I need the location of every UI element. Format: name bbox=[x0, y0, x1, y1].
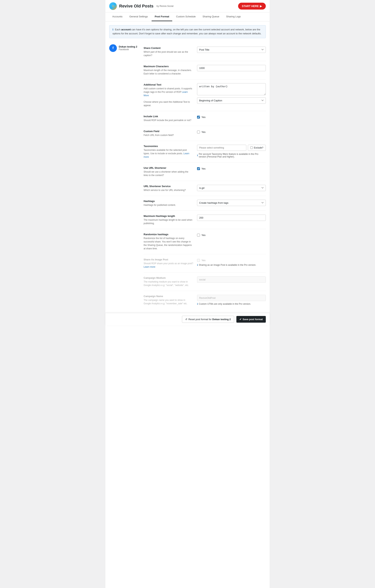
campaign-medium-label-col: Campaign Medium The marketing medium you… bbox=[144, 276, 193, 287]
account-name: Dokan testing 2 bbox=[119, 45, 137, 48]
taxonomies-label: Taxonomies bbox=[144, 145, 193, 147]
hashtags-row: Hashtags Hashtags for published content.… bbox=[144, 196, 266, 211]
campaign-medium-input[interactable] bbox=[197, 276, 266, 283]
include-link-control-col: Yes bbox=[197, 115, 266, 122]
randomize-hashtags-checkbox[interactable] bbox=[197, 234, 200, 237]
share-as-image-desc: Should ROP share your posts as an image … bbox=[144, 262, 193, 269]
randomize-hashtags-control-col: Yes bbox=[197, 233, 266, 250]
site-subtitle: by Revive.Social bbox=[157, 5, 173, 7]
include-link-checkbox-row: Yes bbox=[197, 116, 266, 119]
campaign-name-row: Campaign Name The campaign name you want… bbox=[144, 291, 266, 309]
custom-field-label: Custom Field bbox=[144, 130, 193, 133]
campaign-name-desc: The campaign name you want to show in Go… bbox=[144, 298, 193, 305]
hashtags-desc: Hashtags for published content. bbox=[144, 203, 193, 207]
tab-general-settings[interactable]: General Settings bbox=[126, 12, 151, 21]
campaign-medium-label: Campaign Medium bbox=[144, 276, 193, 279]
reset-icon: ↺ bbox=[185, 318, 187, 321]
randomize-hashtags-row: Randomize hashtags Randomize the list of… bbox=[144, 229, 266, 254]
include-link-label-col: Include Link Should ROP include the post… bbox=[144, 115, 193, 122]
utm-pro-notice: ℹ Custom UTMs are only available in the … bbox=[197, 303, 266, 305]
url-shortener-service-desc: Which service to use for URL shortening? bbox=[144, 189, 193, 192]
include-link-desc: Should ROP include the post permalink or… bbox=[144, 119, 193, 122]
info-box: ℹ Each account can have it's own options… bbox=[109, 25, 266, 38]
settings-area: Share Content Which part of the post sho… bbox=[144, 43, 266, 309]
url-shortener-service-label-col: URL Shortener Service Which service to u… bbox=[144, 185, 193, 192]
site-header: Revive Old Posts by Revive.Social START … bbox=[105, 0, 270, 12]
exclude-button[interactable]: Exclude? bbox=[248, 145, 266, 151]
campaign-name-label-col: Campaign Name The campaign name you want… bbox=[144, 295, 193, 305]
site-title: Revive Old Posts bbox=[119, 4, 153, 9]
max-hashtags-label-col: Maximum Hashtags length The maximum hash… bbox=[144, 215, 193, 225]
info-icon: ℹ bbox=[197, 264, 198, 266]
url-shortener-service-control-col: is.gd bit.ly ow.ly tinyurl.com bbox=[197, 185, 266, 192]
url-shortener-checkbox-label: Yes bbox=[202, 167, 205, 170]
randomize-hashtags-checkbox-row: Yes bbox=[197, 234, 266, 237]
max-hashtags-input[interactable] bbox=[197, 215, 266, 221]
additional-text-label-col: Additional Text Add custom content to sh… bbox=[144, 83, 193, 107]
info-icon: ℹ bbox=[197, 303, 198, 305]
account-sidebar: f Dokan testing 2 Facebook bbox=[109, 43, 140, 309]
randomize-hashtags-desc: Randomize the list of hashtags on every … bbox=[144, 237, 193, 250]
account-badge: f Dokan testing 2 Facebook bbox=[109, 44, 140, 52]
share-as-image-checkbox-label: Yes bbox=[202, 259, 205, 262]
custom-field-control-col: Yes bbox=[197, 130, 266, 137]
url-shortener-service-row: URL Shortener Service Which service to u… bbox=[144, 181, 266, 196]
campaign-name-input[interactable] bbox=[197, 295, 266, 301]
tab-post-format[interactable]: Post Format bbox=[152, 12, 172, 21]
save-button[interactable]: ✔ Save post format bbox=[236, 316, 266, 323]
reset-button-label: Reset post format for Dokan testing 2 bbox=[188, 318, 231, 321]
additional-text-row: Additional Text Add custom content to sh… bbox=[144, 79, 266, 111]
url-shortener-service-label: URL Shortener Service bbox=[144, 185, 193, 188]
url-shortener-service-select[interactable]: is.gd bit.ly ow.ly tinyurl.com bbox=[197, 185, 266, 191]
max-characters-input[interactable] bbox=[197, 65, 266, 71]
url-shortener-checkbox-row: Yes bbox=[197, 167, 266, 170]
hashtags-control-col: Create hashtags from tags Create hashtag… bbox=[197, 200, 266, 207]
additional-text-position-select[interactable]: Beginning of Caption End of Caption bbox=[197, 97, 266, 104]
facebook-avatar: f bbox=[109, 44, 117, 52]
account-network: Facebook bbox=[119, 48, 137, 51]
hashtags-label-col: Hashtags Hashtags for published content. bbox=[144, 200, 193, 207]
share-as-image-pro-notice: ℹ Sharing as an Image Post is available … bbox=[197, 264, 266, 266]
share-content-select[interactable]: Post Title Post Content Post Excerpt Cus… bbox=[197, 47, 266, 53]
campaign-medium-desc: The marketing medium you want to show in… bbox=[144, 280, 193, 287]
additional-text-label: Additional Text bbox=[144, 83, 193, 86]
taxonomy-pro-notice: ℹ Per account Taxonomy filters feature i… bbox=[197, 153, 266, 158]
max-hashtags-desc: The maximum hashtags length to be used w… bbox=[144, 218, 193, 225]
taxonomy-input[interactable] bbox=[197, 145, 246, 151]
tab-accounts[interactable]: Accounts bbox=[109, 12, 125, 21]
url-shortener-row: Use URL Shortener Should we use a shorte… bbox=[144, 163, 266, 181]
share-as-image-label-col: Share As Image Post Should ROP share you… bbox=[144, 258, 193, 269]
url-shortener-label-col: Use URL Shortener Should we use a shorte… bbox=[144, 167, 193, 177]
randomize-hashtags-label: Randomize hashtags bbox=[144, 233, 193, 236]
campaign-medium-control-col bbox=[197, 276, 266, 287]
max-hashtags-label: Maximum Hashtags length bbox=[144, 215, 193, 217]
info-icon: ℹ bbox=[112, 28, 113, 31]
nav-tabs: Accounts General Settings Post Format Cu… bbox=[105, 12, 270, 21]
additional-text-textarea[interactable]: written by {author} bbox=[197, 83, 266, 95]
url-shortener-desc: Should we use a shortener when adding th… bbox=[144, 170, 193, 177]
share-as-image-learn-more[interactable]: Learn more bbox=[144, 266, 155, 268]
hashtags-select[interactable]: Create hashtags from tags Create hashtag… bbox=[197, 200, 266, 206]
tab-sharing-queue[interactable]: Sharing Queue bbox=[200, 12, 222, 21]
url-shortener-checkbox[interactable] bbox=[197, 167, 200, 170]
max-hashtags-row: Maximum Hashtags length The maximum hash… bbox=[144, 211, 266, 229]
max-characters-desc: Maximum length of the message, in charac… bbox=[144, 69, 193, 75]
hashtags-label: Hashtags bbox=[144, 200, 193, 203]
check-icon: ✔ bbox=[239, 318, 242, 321]
include-link-checkbox[interactable] bbox=[197, 116, 200, 119]
tab-sharing-logs[interactable]: Sharing Logs bbox=[223, 12, 244, 21]
share-content-desc: Which part of the post should we use as … bbox=[144, 50, 193, 57]
campaign-medium-row: Campaign Medium The marketing medium you… bbox=[144, 273, 266, 291]
share-content-label-col: Share Content Which part of the post sho… bbox=[144, 47, 193, 57]
play-icon: ▶ bbox=[260, 5, 262, 8]
custom-field-checkbox[interactable] bbox=[197, 131, 200, 133]
exclude-checkbox[interactable] bbox=[250, 147, 253, 149]
share-as-image-checkbox[interactable] bbox=[197, 259, 200, 262]
share-content-label: Share Content bbox=[144, 47, 193, 49]
url-shortener-label: Use URL Shortener bbox=[144, 167, 193, 169]
tab-custom-schedule[interactable]: Custom Schedule bbox=[173, 12, 199, 21]
start-here-button[interactable]: START HERE ▶ bbox=[238, 3, 266, 10]
account-section: f Dokan testing 2 Facebook Share Content… bbox=[109, 43, 266, 309]
url-shortener-control-col: Yes bbox=[197, 167, 266, 177]
reset-button[interactable]: ↺ Reset post format for Dokan testing 2 bbox=[182, 316, 234, 323]
